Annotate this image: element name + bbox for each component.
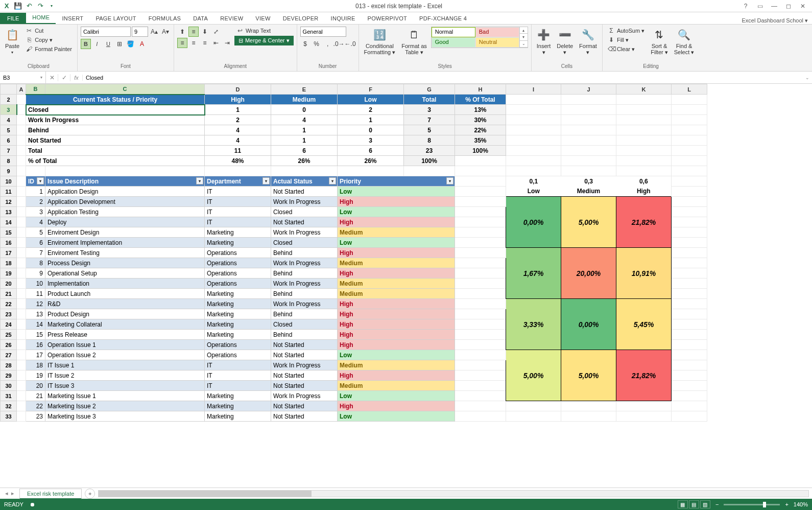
- tab-page-layout[interactable]: PAGE LAYOUT: [89, 13, 142, 24]
- enter-icon[interactable]: ✓: [58, 74, 70, 81]
- summary-cell[interactable]: 13%: [455, 105, 506, 115]
- sheet-tab[interactable]: Excel risk template: [19, 489, 82, 499]
- matrix-head-label[interactable]: High: [616, 187, 672, 197]
- summary-cell[interactable]: 2: [338, 105, 404, 115]
- row-header-30[interactable]: 30: [1, 381, 17, 391]
- matrix-cell[interactable]: 1,67%: [506, 248, 561, 299]
- issue-desc[interactable]: Deploy: [45, 217, 205, 227]
- summary-cell[interactable]: 4: [205, 135, 271, 146]
- summary-cell[interactable]: 48%: [205, 156, 271, 166]
- issue-priority[interactable]: High: [338, 248, 455, 258]
- issue-desc[interactable]: IT Issue 1: [45, 360, 205, 370]
- redo-icon[interactable]: ↷: [36, 2, 45, 11]
- find-select-button[interactable]: 🔍Find & Select ▾: [672, 27, 697, 57]
- issue-status[interactable]: Not Started: [271, 381, 338, 391]
- issue-dept[interactable]: Marketing: [205, 401, 271, 411]
- row-header-22[interactable]: 22: [1, 299, 17, 309]
- issue-status[interactable]: Closed: [271, 207, 338, 217]
- tab-review[interactable]: REVIEW: [214, 13, 249, 24]
- row-header-15[interactable]: 15: [1, 227, 17, 238]
- row-header-8[interactable]: 8: [1, 156, 17, 166]
- col-header-L[interactable]: L: [672, 84, 707, 95]
- issue-desc[interactable]: Process Design: [45, 258, 205, 268]
- issue-dept[interactable]: IT: [205, 207, 271, 217]
- issue-status[interactable]: Not Started: [271, 217, 338, 227]
- col-header-C[interactable]: C: [45, 84, 205, 95]
- number-format-select[interactable]: [300, 27, 346, 37]
- summary-cell[interactable]: 23: [404, 146, 455, 156]
- issue-id[interactable]: 3: [26, 207, 45, 217]
- issue-desc[interactable]: Application Development: [45, 197, 205, 207]
- summary-col-header[interactable]: Total: [404, 95, 455, 105]
- fill-button[interactable]: ⬇Fill ▾: [606, 36, 647, 44]
- issue-dept[interactable]: Marketing: [205, 411, 271, 422]
- summary-cell[interactable]: 26%: [338, 156, 404, 166]
- maximize-icon[interactable]: ◻: [782, 2, 795, 11]
- issue-priority[interactable]: High: [338, 268, 455, 279]
- summary-cell[interactable]: 26%: [271, 156, 338, 166]
- row-header-13[interactable]: 13: [1, 207, 17, 217]
- fx-icon[interactable]: fx: [70, 75, 83, 81]
- fill-color-button[interactable]: 🪣: [126, 39, 136, 49]
- border-button[interactable]: ⊞: [114, 39, 125, 49]
- issue-desc[interactable]: Operation Issue 2: [45, 350, 205, 360]
- col-header-F[interactable]: F: [338, 84, 404, 95]
- col-header-G[interactable]: G: [404, 84, 455, 95]
- summary-cell[interactable]: 5: [404, 125, 455, 135]
- percent-icon[interactable]: %: [312, 39, 322, 49]
- sheet-nav-prev-icon[interactable]: ◂: [5, 490, 8, 497]
- row-header-23[interactable]: 23: [1, 309, 17, 319]
- issue-desc[interactable]: Application Design: [45, 187, 205, 197]
- summary-row-label[interactable]: Not Started: [26, 135, 205, 146]
- issue-id[interactable]: 17: [26, 350, 45, 360]
- issue-desc[interactable]: Operational Setup: [45, 268, 205, 279]
- issue-priority[interactable]: Medium: [338, 360, 455, 370]
- col-header-E[interactable]: E: [271, 84, 338, 95]
- tab-home[interactable]: HOME: [26, 12, 56, 24]
- filter-icon[interactable]: ▾: [37, 177, 44, 184]
- summary-cell[interactable]: 4: [271, 115, 338, 125]
- formula-input[interactable]: Closed: [83, 72, 803, 83]
- row-header-9[interactable]: 9: [1, 166, 17, 176]
- indent-decrease-icon[interactable]: ⇤: [211, 38, 221, 48]
- summary-row-label[interactable]: % of Total: [26, 156, 205, 166]
- summary-title[interactable]: Current Task Status / Priority: [26, 95, 205, 105]
- summary-cell[interactable]: 2: [205, 115, 271, 125]
- col-header-I[interactable]: I: [506, 84, 561, 95]
- row-header-18[interactable]: 18: [1, 258, 17, 268]
- row-header-4[interactable]: 4: [1, 115, 17, 125]
- issue-desc[interactable]: Marketing Collateral: [45, 319, 205, 330]
- issue-id[interactable]: 21: [26, 391, 45, 401]
- issue-status[interactable]: Closed: [271, 319, 338, 330]
- summary-cell[interactable]: 100%: [404, 156, 455, 166]
- row-header-11[interactable]: 11: [1, 187, 17, 197]
- col-header-H[interactable]: H: [455, 84, 506, 95]
- issue-id[interactable]: 1: [26, 187, 45, 197]
- issue-header[interactable]: ID▾: [26, 176, 45, 187]
- underline-button[interactable]: U: [103, 39, 113, 49]
- issue-desc[interactable]: Enviroment Testing: [45, 248, 205, 258]
- summary-col-header[interactable]: High: [205, 95, 271, 105]
- sheet-nav-next-icon[interactable]: ▸: [11, 490, 14, 497]
- account-label[interactable]: Excel Dashboard School ▾: [742, 17, 812, 24]
- summary-cell[interactable]: 35%: [455, 135, 506, 146]
- undo-icon[interactable]: ↶: [25, 2, 34, 11]
- filter-icon[interactable]: ▾: [196, 177, 203, 184]
- row-header-24[interactable]: 24: [1, 319, 17, 330]
- issue-desc[interactable]: R&D: [45, 299, 205, 309]
- issue-status[interactable]: Behind: [271, 248, 338, 258]
- issue-id[interactable]: 4: [26, 217, 45, 227]
- summary-row-label[interactable]: Closed: [26, 105, 205, 115]
- issue-priority[interactable]: Medium: [338, 289, 455, 299]
- matrix-cell[interactable]: 0,00%: [561, 299, 616, 350]
- summary-cell[interactable]: 3: [338, 135, 404, 146]
- gallery-down-icon[interactable]: ▾: [520, 34, 528, 40]
- row-header-27[interactable]: 27: [1, 350, 17, 360]
- bold-button[interactable]: B: [81, 39, 91, 49]
- issue-header[interactable]: Priority▾: [338, 176, 455, 187]
- wrap-text-button[interactable]: ↩Wrap Text: [234, 27, 294, 35]
- filter-icon[interactable]: ▾: [446, 177, 453, 184]
- summary-cell[interactable]: 1: [271, 125, 338, 135]
- issue-dept[interactable]: Operations: [205, 258, 271, 268]
- matrix-head-num[interactable]: 0,1: [506, 176, 561, 187]
